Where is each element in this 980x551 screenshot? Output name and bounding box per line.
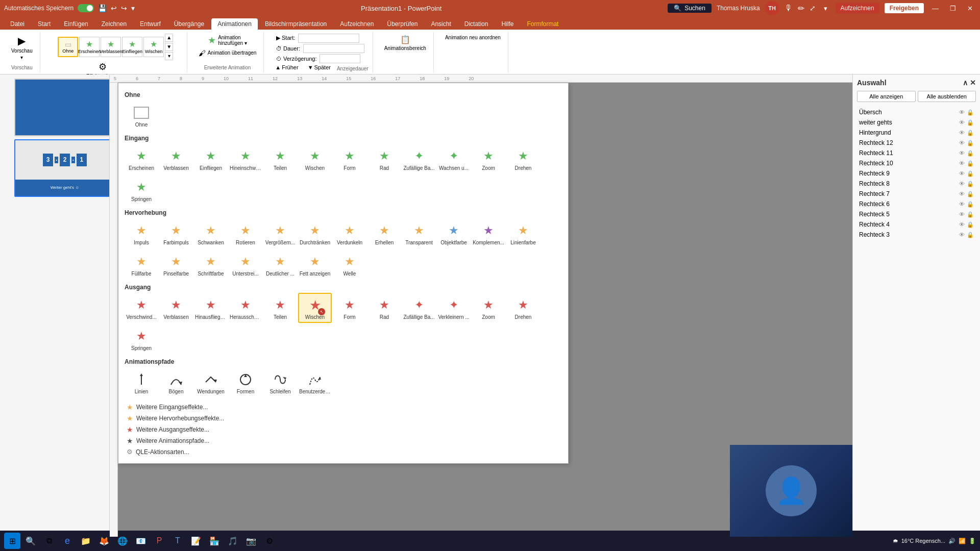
anim-hineinschweben[interactable]: ★Hineinschweb...: [229, 144, 262, 174]
lock-icon[interactable]: 🔒: [967, 150, 974, 157]
tab-datei[interactable]: Datei: [4, 18, 31, 30]
taskbar-settings[interactable]: ⚙: [261, 533, 278, 549]
visibility-icon[interactable]: 👁: [959, 221, 965, 228]
lock-icon[interactable]: 🔒: [967, 191, 974, 197]
lock-icon[interactable]: 🔒: [967, 232, 974, 238]
anim-fett[interactable]: ★Fett anzeigen: [298, 249, 332, 280]
anim-fuellfarbe[interactable]: ★Füllfarbe: [125, 249, 158, 280]
anim-wischen-a[interactable]: ★ ↖ Wischen: [298, 293, 332, 323]
visibility-icon[interactable]: 👁: [959, 191, 965, 197]
anim-hinausfliegen[interactable]: ★Hinausfliegen...: [194, 293, 228, 323]
tab-bildschirm[interactable]: Bildschirmpräsentation: [259, 18, 333, 30]
dauer-input[interactable]: [303, 44, 364, 53]
undo-icon[interactable]: ↩: [111, 4, 117, 12]
anim-wendungen[interactable]: Wendungen: [194, 367, 228, 397]
tab-ueberpruefen[interactable]: Überprüfen: [381, 18, 424, 30]
visibility-icon[interactable]: 👁: [959, 211, 965, 218]
anim-wischen-e[interactable]: ★Wischen: [298, 144, 332, 174]
anim-form-e[interactable]: ★Form: [333, 144, 366, 174]
verzoegerung-input[interactable]: [320, 54, 360, 63]
panel-list-item[interactable]: Übersch 👁 🔒: [857, 107, 976, 117]
share-icon[interactable]: 🎙: [785, 4, 793, 13]
anim-schleifen[interactable]: Schleifen: [263, 367, 297, 397]
animation-erscheinen-item[interactable]: ★ Erscheinen: [79, 37, 100, 57]
tab-dictation[interactable]: Dictation: [458, 18, 495, 30]
anim-komplementaer[interactable]: ★Komplemen...: [472, 218, 505, 248]
taskbar-task-view[interactable]: ⧉: [41, 533, 57, 549]
anim-boegen[interactable]: Bögen: [159, 367, 193, 397]
panel-list-item[interactable]: Rechteck 7 👁 🔒: [857, 189, 976, 199]
anim-teilen-e[interactable]: ★Teilen: [263, 144, 297, 174]
panel-list-item[interactable]: Rechteck 9 👁 🔒: [857, 168, 976, 179]
restore-btn[interactable]: ❐: [947, 4, 959, 13]
anim-herausschw[interactable]: ★Herausschw...: [229, 293, 262, 323]
anim-zufaellige-e[interactable]: ✦Zufällige Ba...: [402, 144, 436, 174]
lock-icon[interactable]: 🔒: [967, 181, 974, 187]
freigeben-btn[interactable]: Freigeben: [885, 3, 924, 13]
anim-springen-e[interactable]: ★Springen: [125, 175, 158, 205]
fullscreen-icon[interactable]: ⤢: [810, 4, 816, 12]
panel-list-item[interactable]: Rechteck 4 👁 🔒: [857, 219, 976, 230]
anim-benutzerdefined[interactable]: Benutzerdef...: [298, 367, 332, 397]
slide-thumb-1[interactable]: 1: [14, 79, 110, 136]
battery-icon[interactable]: 🔋: [969, 538, 976, 544]
anim-einfliegen[interactable]: ★Einfliegen: [194, 144, 228, 174]
start-btn[interactable]: ⊞: [4, 533, 20, 549]
record-icon[interactable]: ✏: [798, 4, 804, 13]
neu-anordnen-btn[interactable]: Animation neu anordnen: [442, 34, 504, 41]
minimize-btn[interactable]: —: [929, 4, 942, 13]
lock-icon[interactable]: 🔒: [967, 109, 974, 116]
link-mehr-eingang[interactable]: ★ Weitere Eingangseffekte...: [125, 402, 562, 413]
frueher-btn[interactable]: ▲Früher: [272, 63, 301, 71]
anim-zoom-a[interactable]: ★Zoom: [472, 293, 505, 323]
anim-durchtraenken[interactable]: ★Durchtränken: [298, 218, 332, 248]
anim-verblassen-a[interactable]: ★Verblassen: [159, 293, 193, 323]
tab-start[interactable]: Start: [32, 18, 57, 30]
anim-expand[interactable]: ▾: [165, 52, 173, 60]
taskbar-outlook[interactable]: 📧: [133, 533, 149, 549]
animation-wischen-item[interactable]: ★ Wischen: [143, 37, 164, 57]
anim-farbimpuls[interactable]: ★Farbimpuls: [159, 218, 193, 248]
show-all-btn[interactable]: Alle anzeigen: [857, 91, 916, 102]
visibility-icon[interactable]: 👁: [959, 232, 965, 238]
anim-objektfarbe[interactable]: ★Objektfarbe: [437, 218, 471, 248]
lock-icon[interactable]: 🔒: [967, 211, 974, 218]
tab-animationen[interactable]: Animationen: [211, 18, 258, 30]
animation-uebertragen-btn[interactable]: 🖌 Animation übertragen: [195, 48, 260, 58]
anim-formen-p[interactable]: Formen: [229, 367, 262, 397]
panel-list-item[interactable]: Rechteck 5 👁 🔒: [857, 209, 976, 219]
add-animation-btn[interactable]: ★ Animationhinzufügen ▾: [205, 34, 250, 47]
animation-ohne-item[interactable]: ▭ Ohne: [58, 37, 78, 57]
anim-drehen-e[interactable]: ★Drehen: [506, 144, 540, 174]
link-mehr-ausgang[interactable]: ★ Weitere Ausgangseffekte...: [125, 424, 562, 435]
anim-wachsen[interactable]: ✦Wachsen u...: [437, 144, 471, 174]
anim-rad-e[interactable]: ★Rad: [368, 144, 401, 174]
visibility-icon[interactable]: 👁: [959, 109, 965, 116]
lock-icon[interactable]: 🔒: [967, 140, 974, 146]
start-select[interactable]: [298, 34, 359, 43]
redo-icon[interactable]: ↪: [121, 4, 127, 12]
tab-formformat[interactable]: Formformat: [521, 18, 565, 30]
anim-erhellen[interactable]: ★Erhellen: [368, 218, 401, 248]
vorschau-btn[interactable]: ▶ Vorschau ▾: [8, 34, 36, 61]
anim-welle[interactable]: ★Welle: [333, 249, 366, 280]
close-btn[interactable]: ✕: [964, 4, 976, 13]
link-qle[interactable]: ⚙ QLE-Aktionsarten...: [125, 446, 562, 457]
panel-list-item[interactable]: Rechteck 6 👁 🔒: [857, 199, 976, 209]
panel-list-item[interactable]: Rechteck 12 👁 🔒: [857, 138, 976, 148]
visibility-icon[interactable]: 👁: [959, 170, 965, 177]
anim-form-a[interactable]: ★Form: [333, 293, 366, 323]
animation-verblassen-item[interactable]: ★ Verblassen: [101, 37, 121, 57]
tab-zeichnen[interactable]: Zeichnen: [95, 18, 133, 30]
taskbar-file[interactable]: 📁: [78, 533, 94, 549]
hide-all-btn[interactable]: Alle ausblenden: [918, 91, 976, 102]
anim-zoom-e[interactable]: ★Zoom: [472, 144, 505, 174]
visibility-icon[interactable]: 👁: [959, 150, 965, 157]
panel-list-item[interactable]: Rechteck 11 👁 🔒: [857, 148, 976, 158]
visibility-icon[interactable]: 👁: [959, 130, 965, 136]
tab-aufzeichnen[interactable]: Aufzeichnen: [334, 18, 380, 30]
visibility-icon[interactable]: 👁: [959, 140, 965, 146]
anim-deutlicher[interactable]: ★Deutlicher ...: [263, 249, 297, 280]
anim-linienfarbe[interactable]: ★Linienfarbe: [506, 218, 540, 248]
panel-list-item[interactable]: Rechteck 8 👁 🔒: [857, 179, 976, 189]
